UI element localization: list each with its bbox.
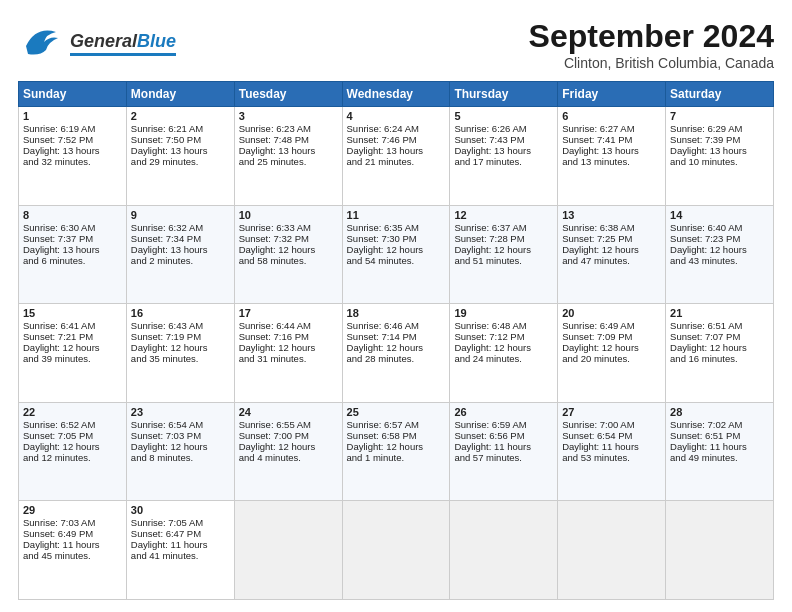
calendar-cell [342, 501, 450, 600]
calendar-table: Sunday Monday Tuesday Wednesday Thursday… [18, 81, 774, 600]
day-number: 6 [562, 110, 661, 122]
day-info-line: and 47 minutes. [562, 255, 661, 266]
day-info-line: Sunrise: 7:03 AM [23, 517, 122, 528]
day-info-line: Sunrise: 6:23 AM [239, 123, 338, 134]
calendar-cell: 8Sunrise: 6:30 AMSunset: 7:37 PMDaylight… [19, 205, 127, 304]
calendar-cell: 23Sunrise: 6:54 AMSunset: 7:03 PMDayligh… [126, 402, 234, 501]
week-row-2: 8Sunrise: 6:30 AMSunset: 7:37 PMDaylight… [19, 205, 774, 304]
day-info-line: Daylight: 11 hours [670, 441, 769, 452]
day-info-line: Daylight: 12 hours [23, 441, 122, 452]
logo-text-block: GeneralBlue [70, 32, 176, 57]
location: Clinton, British Columbia, Canada [529, 55, 774, 71]
calendar-cell: 26Sunrise: 6:59 AMSunset: 6:56 PMDayligh… [450, 402, 558, 501]
day-info-line: Sunset: 7:03 PM [131, 430, 230, 441]
day-info-line: Sunset: 7:05 PM [23, 430, 122, 441]
calendar-cell: 14Sunrise: 6:40 AMSunset: 7:23 PMDayligh… [666, 205, 774, 304]
day-info-line: and 41 minutes. [131, 550, 230, 561]
day-number: 18 [347, 307, 446, 319]
day-info-line: Sunrise: 6:44 AM [239, 320, 338, 331]
header: GeneralBlue September 2024 Clinton, Brit… [18, 18, 774, 71]
day-info-line: Sunset: 7:43 PM [454, 134, 553, 145]
calendar-cell: 16Sunrise: 6:43 AMSunset: 7:19 PMDayligh… [126, 304, 234, 403]
header-wednesday: Wednesday [342, 82, 450, 107]
logo-blue: Blue [137, 31, 176, 51]
day-info-line: Daylight: 13 hours [347, 145, 446, 156]
day-info-line: and 29 minutes. [131, 156, 230, 167]
calendar-cell: 5Sunrise: 6:26 AMSunset: 7:43 PMDaylight… [450, 107, 558, 206]
day-info-line: Daylight: 12 hours [454, 244, 553, 255]
calendar-cell [450, 501, 558, 600]
day-info-line: Sunrise: 6:59 AM [454, 419, 553, 430]
page: GeneralBlue September 2024 Clinton, Brit… [0, 0, 792, 612]
day-info-line: and 43 minutes. [670, 255, 769, 266]
day-info-line: Sunrise: 7:02 AM [670, 419, 769, 430]
day-info-line: Sunrise: 6:57 AM [347, 419, 446, 430]
day-info-line: Sunset: 7:37 PM [23, 233, 122, 244]
day-info-line: Sunset: 7:21 PM [23, 331, 122, 342]
day-info-line: and 21 minutes. [347, 156, 446, 167]
day-info-line: and 13 minutes. [562, 156, 661, 167]
day-info-line: Daylight: 13 hours [23, 244, 122, 255]
day-info-line: Daylight: 13 hours [131, 145, 230, 156]
day-info-line: Daylight: 12 hours [239, 441, 338, 452]
day-info-line: and 16 minutes. [670, 353, 769, 364]
day-info-line: Daylight: 13 hours [454, 145, 553, 156]
day-info-line: and 54 minutes. [347, 255, 446, 266]
day-info-line: Sunset: 7:32 PM [239, 233, 338, 244]
day-number: 29 [23, 504, 122, 516]
day-number: 24 [239, 406, 338, 418]
day-number: 23 [131, 406, 230, 418]
calendar-cell: 7Sunrise: 6:29 AMSunset: 7:39 PMDaylight… [666, 107, 774, 206]
day-info-line: Sunrise: 6:21 AM [131, 123, 230, 134]
logo: GeneralBlue [18, 18, 176, 70]
day-info-line: Sunset: 7:12 PM [454, 331, 553, 342]
day-number: 15 [23, 307, 122, 319]
day-info-line: Sunrise: 7:05 AM [131, 517, 230, 528]
header-friday: Friday [558, 82, 666, 107]
logo-svg [18, 18, 66, 66]
day-info-line: Sunset: 7:19 PM [131, 331, 230, 342]
day-number: 9 [131, 209, 230, 221]
day-number: 7 [670, 110, 769, 122]
day-info-line: Daylight: 13 hours [23, 145, 122, 156]
calendar-cell: 29Sunrise: 7:03 AMSunset: 6:49 PMDayligh… [19, 501, 127, 600]
day-info-line: Daylight: 12 hours [131, 441, 230, 452]
day-info-line: and 6 minutes. [23, 255, 122, 266]
week-row-1: 1Sunrise: 6:19 AMSunset: 7:52 PMDaylight… [19, 107, 774, 206]
calendar-cell: 25Sunrise: 6:57 AMSunset: 6:58 PMDayligh… [342, 402, 450, 501]
day-info-line: Sunset: 6:49 PM [23, 528, 122, 539]
day-info-line: Daylight: 13 hours [562, 145, 661, 156]
calendar-cell: 27Sunrise: 7:00 AMSunset: 6:54 PMDayligh… [558, 402, 666, 501]
calendar-cell: 22Sunrise: 6:52 AMSunset: 7:05 PMDayligh… [19, 402, 127, 501]
calendar-cell: 12Sunrise: 6:37 AMSunset: 7:28 PMDayligh… [450, 205, 558, 304]
calendar-cell: 6Sunrise: 6:27 AMSunset: 7:41 PMDaylight… [558, 107, 666, 206]
header-sunday: Sunday [19, 82, 127, 107]
day-info-line: Daylight: 12 hours [562, 342, 661, 353]
day-number: 14 [670, 209, 769, 221]
day-info-line: Daylight: 12 hours [454, 342, 553, 353]
day-info-line: Sunrise: 6:26 AM [454, 123, 553, 134]
day-info-line: Daylight: 12 hours [239, 244, 338, 255]
day-info-line: and 45 minutes. [23, 550, 122, 561]
day-info-line: Sunrise: 6:38 AM [562, 222, 661, 233]
day-info-line: and 10 minutes. [670, 156, 769, 167]
logo-icon [18, 18, 66, 70]
day-number: 13 [562, 209, 661, 221]
day-info-line: Sunset: 7:30 PM [347, 233, 446, 244]
day-info-line: Sunrise: 6:30 AM [23, 222, 122, 233]
title-block: September 2024 Clinton, British Columbia… [529, 18, 774, 71]
calendar-cell: 9Sunrise: 6:32 AMSunset: 7:34 PMDaylight… [126, 205, 234, 304]
calendar-cell: 17Sunrise: 6:44 AMSunset: 7:16 PMDayligh… [234, 304, 342, 403]
day-info-line: and 51 minutes. [454, 255, 553, 266]
day-info-line: Sunrise: 6:54 AM [131, 419, 230, 430]
day-number: 22 [23, 406, 122, 418]
day-info-line: and 28 minutes. [347, 353, 446, 364]
day-number: 25 [347, 406, 446, 418]
day-info-line: Sunrise: 6:46 AM [347, 320, 446, 331]
day-info-line: Sunset: 7:34 PM [131, 233, 230, 244]
day-info-line: Sunset: 7:23 PM [670, 233, 769, 244]
calendar-cell: 20Sunrise: 6:49 AMSunset: 7:09 PMDayligh… [558, 304, 666, 403]
day-info-line: Daylight: 13 hours [239, 145, 338, 156]
day-info-line: Sunset: 6:58 PM [347, 430, 446, 441]
day-info-line: Daylight: 11 hours [562, 441, 661, 452]
